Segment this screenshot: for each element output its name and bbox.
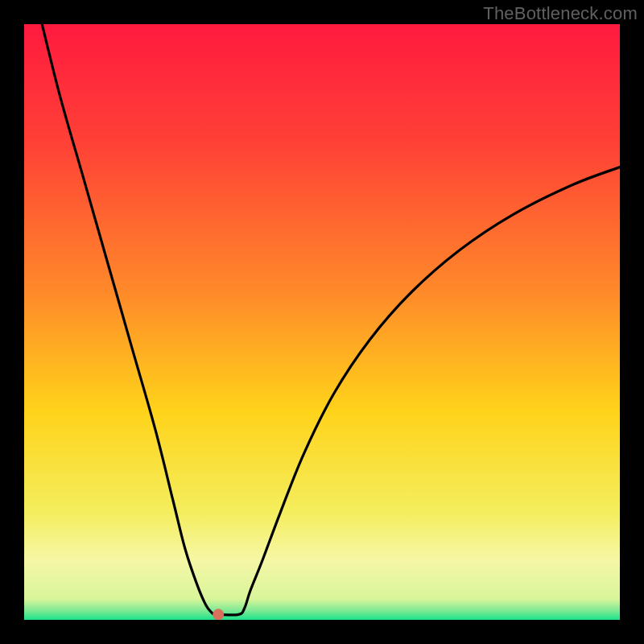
- watermark-text: TheBottleneck.com: [483, 3, 638, 24]
- chart-svg: [24, 24, 620, 620]
- minimum-marker: [213, 609, 224, 620]
- chart-container: [24, 24, 620, 620]
- chart-background: [24, 24, 620, 620]
